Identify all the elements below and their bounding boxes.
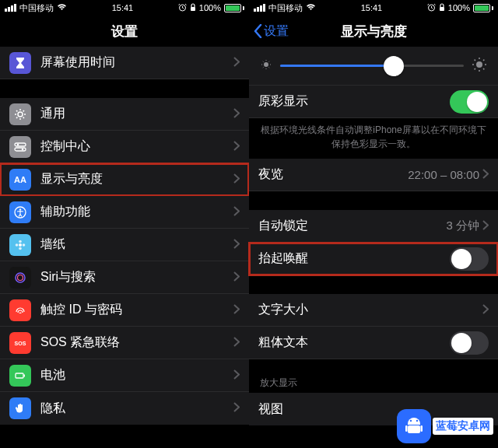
chevron-right-icon bbox=[233, 205, 240, 219]
chevron-right-icon bbox=[233, 173, 240, 187]
row-privacy[interactable]: 隐私 bbox=[0, 392, 249, 425]
page-title: 显示与亮度 bbox=[341, 23, 407, 40]
row-battery[interactable]: 电池 bbox=[0, 359, 249, 392]
signal-icon bbox=[5, 4, 16, 12]
chevron-right-icon bbox=[233, 140, 240, 154]
watermark-logo-icon bbox=[397, 409, 431, 443]
svg-text:SOS: SOS bbox=[15, 341, 26, 346]
signal-icon bbox=[254, 4, 265, 12]
svg-point-10 bbox=[19, 243, 22, 247]
sos-icon: SOS bbox=[9, 332, 31, 354]
chevron-right-icon bbox=[233, 56, 240, 70]
row-text-size[interactable]: 文字大小 bbox=[249, 294, 498, 327]
carrier-label: 中国移动 bbox=[268, 2, 303, 14]
chevron-right-icon bbox=[233, 271, 240, 285]
nav-bar: 设置 bbox=[0, 16, 249, 47]
row-auto-lock[interactable]: 自动锁定 3 分钟 bbox=[249, 210, 498, 243]
battery-pct: 100% bbox=[448, 3, 470, 12]
true-tone-note: 根据环境光线条件自动调整iPhone屏幕以在不同环境下保持色彩显示一致。 bbox=[249, 118, 498, 159]
wifi-icon bbox=[57, 3, 67, 12]
row-wallpaper[interactable]: 墙纸 bbox=[0, 229, 249, 261]
chevron-right-icon bbox=[482, 168, 489, 182]
row-night-shift[interactable]: 夜览 22:00 – 08:00 bbox=[249, 159, 498, 191]
clock: 15:41 bbox=[361, 3, 383, 12]
clock: 15:41 bbox=[112, 3, 134, 12]
alarm-icon bbox=[427, 3, 436, 13]
svg-point-23 bbox=[476, 61, 482, 68]
chevron-right-icon bbox=[233, 303, 240, 317]
svg-rect-1 bbox=[191, 7, 195, 11]
row-display-brightness[interactable]: AA 显示与亮度 bbox=[0, 163, 249, 196]
chevron-left-icon bbox=[254, 24, 262, 38]
battery-icon: ⚡ bbox=[224, 4, 244, 12]
row-touch-id[interactable]: 触控 ID 与密码 bbox=[0, 294, 249, 327]
row-siri[interactable]: Siri与搜索 bbox=[0, 261, 249, 294]
battery-icon: ⚡ bbox=[473, 4, 493, 12]
svg-point-16 bbox=[18, 275, 23, 280]
aa-icon: AA bbox=[9, 169, 31, 191]
svg-rect-5 bbox=[15, 148, 26, 151]
carrier-label: 中国移动 bbox=[19, 2, 54, 14]
battery-icon bbox=[9, 365, 31, 387]
wifi-icon bbox=[306, 3, 316, 12]
svg-point-2 bbox=[18, 112, 23, 117]
fingerprint-icon bbox=[9, 299, 31, 321]
svg-rect-3 bbox=[15, 143, 26, 146]
svg-point-4 bbox=[17, 143, 19, 145]
svg-rect-26 bbox=[408, 425, 420, 433]
row-raise-to-wake: 抬起唤醒 bbox=[249, 243, 498, 275]
true-tone-toggle[interactable] bbox=[450, 90, 489, 114]
svg-point-24 bbox=[410, 420, 412, 422]
row-bold-text: 粗体文本 bbox=[249, 327, 498, 359]
lock-icon bbox=[190, 3, 196, 13]
svg-rect-28 bbox=[421, 425, 423, 432]
row-accessibility[interactable]: 辅助功能 bbox=[0, 196, 249, 229]
svg-point-11 bbox=[19, 240, 22, 243]
bold-text-toggle[interactable] bbox=[450, 331, 489, 355]
watermark: 蓝莓安卓网 bbox=[397, 409, 493, 443]
svg-point-22 bbox=[264, 62, 268, 67]
row-true-tone: 原彩显示 bbox=[249, 86, 498, 118]
brightness-slider[interactable] bbox=[280, 55, 464, 77]
hourglass-icon bbox=[9, 52, 31, 74]
brightness-slider-row bbox=[249, 47, 498, 86]
settings-list[interactable]: 屏幕使用时间 通用 控制中心 AA 显示与亮度 辅助功能 bbox=[0, 47, 249, 448]
back-button[interactable]: 设置 bbox=[254, 23, 289, 40]
switch-icon bbox=[9, 136, 31, 158]
chevron-right-icon bbox=[233, 369, 240, 383]
row-general[interactable]: 通用 bbox=[0, 98, 249, 131]
battery-pct: 100% bbox=[199, 3, 221, 12]
sun-max-icon bbox=[472, 57, 487, 75]
row-sos[interactable]: SOS SOS 紧急联络 bbox=[0, 327, 249, 359]
svg-rect-21 bbox=[440, 7, 444, 11]
lock-icon bbox=[439, 3, 445, 13]
status-bar: 中国移动 15:41 100% ⚡ bbox=[249, 0, 498, 16]
sun-min-icon bbox=[260, 58, 272, 74]
nav-bar: 设置 显示与亮度 bbox=[249, 16, 498, 47]
svg-point-14 bbox=[23, 243, 26, 247]
status-bar: 中国移动 15:41 100% ⚡ bbox=[0, 0, 249, 16]
chevron-right-icon bbox=[233, 401, 240, 415]
chevron-right-icon bbox=[482, 219, 489, 233]
svg-rect-19 bbox=[24, 374, 26, 376]
accessibility-icon bbox=[9, 201, 31, 223]
raise-to-wake-toggle[interactable] bbox=[450, 247, 489, 271]
svg-point-9 bbox=[19, 208, 21, 210]
gear-icon bbox=[9, 103, 31, 125]
chevron-right-icon bbox=[482, 303, 489, 317]
siri-icon bbox=[9, 267, 31, 289]
chevron-right-icon bbox=[233, 336, 240, 350]
svg-point-25 bbox=[416, 420, 418, 422]
hand-icon bbox=[9, 397, 31, 419]
row-control-center[interactable]: 控制中心 bbox=[0, 131, 249, 163]
svg-point-6 bbox=[22, 148, 24, 150]
page-title: 设置 bbox=[111, 23, 138, 40]
display-list[interactable]: 原彩显示 根据环境光线条件自动调整iPhone屏幕以在不同环境下保持色彩显示一致… bbox=[249, 47, 498, 448]
zoom-header: 放大显示 bbox=[249, 370, 498, 393]
svg-point-15 bbox=[16, 273, 25, 282]
row-screen-time[interactable]: 屏幕使用时间 bbox=[0, 47, 249, 79]
settings-screen: 中国移动 15:41 100% ⚡ 设置 屏幕使用时间 通用 bbox=[0, 0, 249, 448]
svg-point-13 bbox=[16, 243, 19, 247]
chevron-right-icon bbox=[233, 107, 240, 121]
display-brightness-screen: 中国移动 15:41 100% ⚡ 设置 显示与亮度 bbox=[249, 0, 498, 448]
